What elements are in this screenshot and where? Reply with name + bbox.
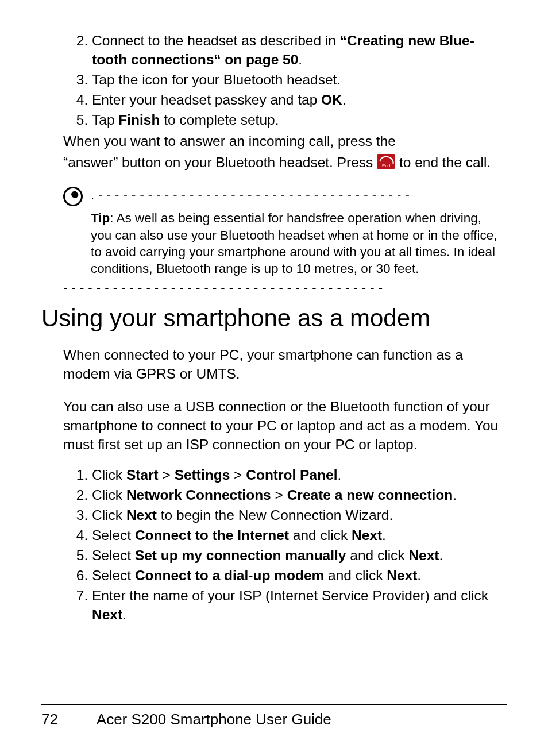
list-item: Select Connect to a dial-up modem and cl…: [92, 566, 502, 585]
tip-block: . - - - - - - - - - - - - - - - - - - - …: [63, 189, 502, 294]
s5-pre: Select: [92, 547, 135, 563]
s1-b3: Control Panel: [246, 467, 337, 483]
s5-b2: Next: [408, 547, 439, 563]
s7-pre: Enter the name of your ISP (Internet Ser…: [92, 588, 488, 603]
list-item: Click Start > Settings > Control Panel.: [92, 465, 502, 484]
step-4-bold: OK: [321, 92, 342, 107]
tip-dashes-top: . - - - - - - - - - - - - - - - - - - - …: [91, 189, 502, 202]
s1-m1: >: [159, 467, 175, 483]
pin-icon: [63, 187, 83, 206]
s6-pre: Select: [92, 568, 135, 583]
s4-b2: Next: [352, 527, 382, 543]
s1-pre: Click: [92, 467, 126, 483]
s6-m1: and click: [324, 568, 387, 583]
step-4-pre: Enter your headset passkey and tap: [92, 92, 321, 107]
tip-label: Tip: [91, 211, 110, 225]
tip-dashes-bottom: - - - - - - - - - - - - - - - - - - - - …: [63, 281, 502, 294]
footer-rule: [41, 704, 507, 705]
s6-b2: Next: [387, 568, 417, 583]
s4-b1: Connect to the Internet: [135, 527, 289, 543]
footer-title: Acer S200 Smartphone User Guide: [97, 711, 331, 728]
step-4-post: .: [342, 92, 346, 107]
page-number: 72: [41, 709, 93, 730]
s1-m2: >: [230, 467, 246, 483]
s1-b1: Start: [126, 467, 159, 483]
list-item: Click Network Connections > Create a new…: [92, 485, 502, 504]
tip-body: : As well as being essential for handsfr…: [91, 211, 497, 276]
s3-b1: Next: [126, 507, 157, 523]
s6-b1: Connect to a dial-up modem: [135, 568, 324, 583]
s4-m1: and click: [289, 527, 352, 543]
answer-call-para-1: When you want to answer an incoming call…: [63, 132, 502, 151]
modem-steps-list: Click Start > Settings > Control Panel. …: [63, 465, 502, 624]
modem-para-1: When connected to your PC, your smartpho…: [63, 345, 502, 383]
s3-post: to begin the New Connection Wizard.: [157, 507, 393, 523]
list-item: Select Set up my connection manually and…: [92, 546, 502, 565]
step-3: Tap the icon for your Bluetooth headset.: [92, 72, 341, 87]
s5-m1: and click: [346, 547, 408, 563]
s1-b2: Settings: [175, 467, 230, 483]
step-5-bold: Finish: [118, 112, 160, 128]
s4-pre: Select: [92, 527, 135, 543]
page-footer: 72 Acer S200 Smartphone User Guide: [41, 709, 507, 730]
list-item: Click Next to begin the New Connection W…: [92, 506, 502, 524]
step-2-post: .: [298, 52, 302, 67]
s2-m1: >: [271, 487, 287, 503]
list-item: Tap Finish to complete setup.: [92, 110, 502, 129]
s2-pre: Click: [92, 487, 126, 503]
section-heading: Using your smartphone as a modem: [41, 304, 502, 332]
s5-b1: Set up my connection manually: [135, 547, 346, 563]
tip-text: Tip: As well as being essential for hand…: [91, 210, 502, 277]
s3-pre: Click: [92, 507, 126, 523]
p2-pre: “answer” button on your Bluetooth headse…: [63, 155, 377, 170]
s5-post: .: [439, 547, 443, 563]
end-call-icon: [377, 154, 395, 169]
step-2-pre: Connect to the headset as described in: [92, 33, 340, 48]
spacing: [63, 385, 502, 395]
list-item: Connect to the headset as described in “…: [92, 31, 502, 69]
s7-post: .: [122, 607, 126, 622]
list-item: Enter your headset passkey and tap OK.: [92, 90, 502, 109]
p2-post: to end the call.: [395, 155, 491, 170]
s2-post: .: [453, 487, 457, 503]
answer-call-para-2: “answer” button on your Bluetooth headse…: [63, 153, 502, 172]
headset-steps-list: Connect to the headset as described in “…: [63, 31, 502, 129]
s2-b2: Create a new connection: [287, 487, 453, 503]
s7-b1: Next: [92, 607, 122, 622]
s6-post: .: [417, 568, 421, 583]
list-item: Enter the name of your ISP (Internet Ser…: [92, 586, 502, 624]
list-item: Select Connect to the Internet and click…: [92, 526, 502, 545]
s2-b1: Network Connections: [126, 487, 271, 503]
content-area: Connect to the headset as described in “…: [41, 0, 507, 624]
spacing: [63, 456, 502, 465]
page: Connect to the headset as described in “…: [0, 0, 548, 756]
step-5-pre: Tap: [92, 112, 118, 128]
list-item: Tap the icon for your Bluetooth headset.: [92, 70, 502, 89]
step-5-post: to complete setup.: [160, 112, 279, 128]
s1-post: .: [337, 467, 341, 483]
s4-post: .: [382, 527, 386, 543]
modem-para-2: You can also use a USB connection or the…: [63, 397, 502, 454]
